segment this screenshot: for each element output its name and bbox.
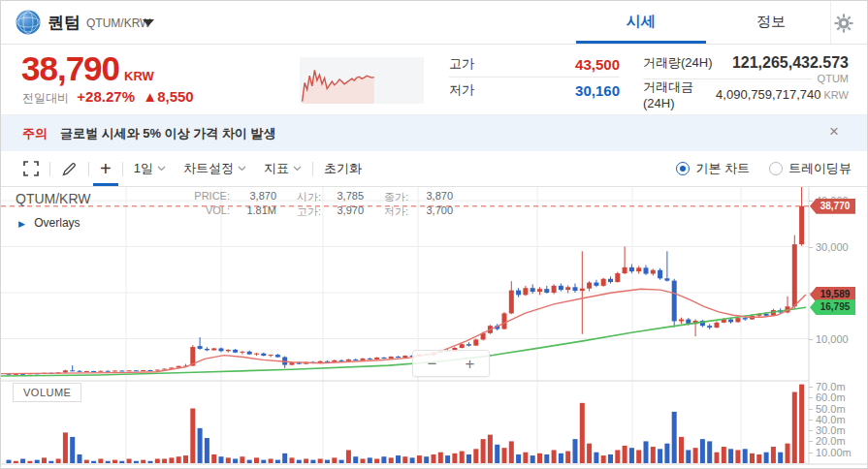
reset-button[interactable]: 초기화: [315, 151, 370, 186]
volume-bar: [346, 450, 351, 463]
volume-pane-label: VOLUME: [13, 383, 81, 402]
warning-badge: 주의: [22, 125, 48, 142]
value24-value: 4,090,759,717,740KRW: [716, 87, 849, 102]
candlestick: [78, 371, 82, 372]
price-summary: 38,790 KRW 전일대비 +28.27% ▲8,550 고가 43,500…: [1, 45, 867, 115]
candlestick: [559, 286, 563, 290]
volume-bar: [226, 457, 231, 463]
volume-bar: [417, 455, 422, 463]
price-axis-label: 10,000: [816, 333, 849, 345]
volume24-label: 거래량(24H): [643, 54, 713, 72]
tab-price[interactable]: 시세: [576, 1, 706, 41]
candlestick: [113, 371, 117, 372]
radio-selected-icon: [676, 162, 690, 175]
volume-bar: [658, 449, 662, 463]
ma-slow-line: [1, 307, 806, 376]
close-icon[interactable]: ×: [829, 122, 839, 141]
value24-unit: KRW: [824, 89, 849, 101]
tradingview-radio[interactable]: 트레이딩뷰: [769, 160, 852, 177]
candlestick: [537, 289, 542, 292]
candlestick: [516, 291, 521, 296]
tick-mark: [809, 387, 813, 388]
volume-bar: [686, 450, 691, 463]
zoom-out-button[interactable]: −: [428, 356, 437, 372]
overlays-toggle[interactable]: ▶ Overlays: [18, 216, 80, 230]
candlestick: [466, 344, 471, 345]
add-indicator-button[interactable]: +: [91, 151, 120, 186]
volume-bar: [318, 458, 323, 463]
volume-bar: [304, 458, 308, 463]
volume-bar: [297, 460, 302, 463]
volume-bar: [672, 412, 677, 463]
candlestick: [233, 350, 238, 353]
candlestick: [346, 360, 351, 361]
volume-axis-label: 70.0m: [816, 381, 846, 392]
radio-unselected-icon: [769, 162, 783, 175]
tick-mark: [809, 441, 813, 442]
price-axis-label: 30,000: [816, 241, 849, 253]
volume-bar: [219, 456, 224, 463]
volume-bar: [664, 444, 669, 463]
volume-bar: [651, 447, 656, 463]
candlestick: [134, 370, 139, 371]
volume-bar: [396, 455, 401, 463]
zoom-in-button[interactable]: +: [466, 356, 475, 372]
candlestick: [728, 320, 733, 323]
candlestick: [396, 357, 401, 358]
volume-bar: [552, 450, 557, 463]
candlestick: [672, 281, 677, 322]
volume-bar: [381, 456, 386, 463]
volume-bar: [756, 454, 761, 463]
chart-symbol: QTUM/KRW: [16, 191, 91, 206]
volume-bar: [544, 454, 549, 463]
candlestick: [587, 283, 592, 289]
volume-bar: [211, 454, 216, 463]
candlestick: [98, 371, 103, 372]
volume-bar: [679, 437, 684, 463]
sparkline-chart: [300, 57, 424, 104]
current-price: 38,790: [21, 49, 119, 88]
volume-bar: [119, 461, 124, 463]
volume-bar: [113, 460, 117, 463]
volume-bar: [700, 439, 705, 463]
candlestick: [119, 371, 124, 372]
price-axis-gutter[interactable]: 40,00030,00020,00010,00070.0m60.0m50.0m4…: [809, 186, 868, 464]
volume-bar: [601, 455, 606, 463]
volume-bar: [445, 455, 450, 463]
candlestick: [530, 288, 535, 292]
candlestick: [127, 370, 132, 371]
volume-bar: [84, 460, 89, 463]
candlestick: [644, 267, 649, 273]
volume-bar: [361, 458, 366, 463]
candlestick: [381, 358, 386, 359]
low-label: 저가: [449, 81, 474, 99]
volume-bar: [339, 460, 344, 463]
gear-icon[interactable]: [833, 13, 854, 34]
volume-bar: [70, 437, 75, 463]
basic-chart-radio[interactable]: 기본 차트: [676, 160, 750, 177]
volume-bar: [608, 454, 613, 463]
candlestick: [523, 288, 528, 295]
chart-settings-dropdown[interactable]: 차트설정: [175, 151, 255, 186]
candlestick: [664, 278, 669, 280]
interval-dropdown[interactable]: 1일: [125, 151, 175, 186]
tab-info[interactable]: 정보: [706, 1, 836, 41]
active-tool-underline: [93, 183, 118, 186]
volume-bar: [332, 457, 337, 463]
coin-select-caret-icon[interactable]: [143, 19, 154, 26]
volume-bar: [644, 441, 649, 463]
candlestick: [211, 348, 216, 350]
price-badge: 16,795: [810, 299, 855, 315]
chevron-down-icon: [293, 166, 302, 172]
candlestick: [269, 355, 273, 356]
volume-bar: [707, 441, 712, 463]
price-change: 전일대비 +28.27% ▲8,550: [22, 88, 194, 107]
volume-bar: [466, 454, 471, 463]
draw-button[interactable]: [52, 151, 86, 186]
candlestick: [792, 244, 797, 306]
fullscreen-button[interactable]: [15, 151, 48, 186]
candlestick: [353, 360, 358, 360]
volume-axis-label: 30.0m: [816, 424, 846, 436]
candlestick: [247, 352, 252, 355]
indicators-dropdown[interactable]: 지표: [255, 151, 310, 186]
